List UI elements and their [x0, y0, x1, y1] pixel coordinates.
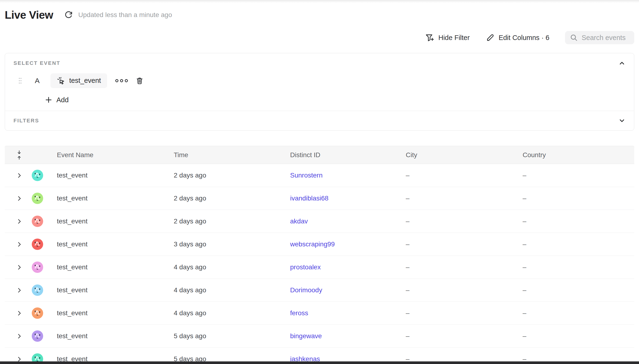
chevron-down-icon — [618, 117, 625, 124]
expand-row-button[interactable] — [16, 195, 22, 202]
cursor-click-icon — [57, 76, 65, 85]
distinct-id-link[interactable]: akdav — [290, 218, 308, 225]
user-avatar — [32, 262, 43, 273]
plus-icon — [45, 96, 52, 104]
select-event-label: SELECT EVENT — [14, 60, 60, 66]
refresh-button[interactable] — [64, 10, 73, 20]
refresh-icon — [64, 10, 73, 20]
event-name-cell: test_event — [57, 218, 174, 225]
bottom-edge-bar — [0, 362, 639, 364]
table-row: test_event 4 days ago feross – – — [5, 302, 634, 325]
expand-row-button[interactable] — [16, 172, 22, 178]
user-avatar — [32, 170, 43, 181]
add-event-button[interactable]: Add — [45, 95, 69, 104]
collapse-all-rows-button[interactable] — [16, 150, 22, 160]
distinct-id-link[interactable]: bingewave — [290, 332, 322, 340]
chevron-right-icon — [16, 287, 22, 293]
expand-row-button[interactable] — [16, 333, 22, 339]
chevron-right-icon — [16, 172, 22, 178]
city-cell: – — [406, 264, 523, 271]
edit-columns-button[interactable]: Edit Columns · 6 — [485, 33, 549, 42]
time-cell: 2 days ago — [174, 172, 290, 179]
table-header-row: Event Name Time Distinct ID City Country — [5, 146, 634, 164]
event-step-letter: A — [35, 77, 40, 85]
time-cell: 5 days ago — [174, 332, 290, 340]
toolbar: Hide Filter Edit Columns · 6 — [5, 31, 634, 44]
chevron-right-icon — [16, 218, 22, 224]
country-cell: – — [523, 309, 634, 317]
distinct-id-link[interactable]: Dorimoody — [290, 286, 322, 294]
chevron-right-icon — [16, 241, 22, 247]
collapse-select-event-button[interactable] — [618, 60, 625, 67]
table-row: test_event 2 days ago akdav – – — [5, 210, 634, 233]
column-header-country[interactable]: Country — [523, 151, 634, 159]
distinct-id-link[interactable]: webscraping99 — [290, 240, 335, 248]
edit-columns-label: Edit Columns · 6 — [499, 34, 549, 42]
chevron-up-icon — [618, 60, 625, 67]
time-cell: 3 days ago — [174, 240, 290, 248]
time-cell: 4 days ago — [174, 264, 290, 271]
more-options-icon — [115, 78, 128, 84]
hide-filter-button[interactable]: Hide Filter — [425, 33, 470, 42]
event-name-cell: test_event — [57, 332, 174, 340]
filters-label: FILTERS — [14, 118, 39, 124]
drag-handle-icon[interactable] — [18, 78, 22, 84]
page-title: Live View — [5, 8, 53, 21]
city-cell: – — [406, 172, 523, 179]
city-cell: – — [406, 332, 523, 340]
country-cell: – — [523, 172, 634, 179]
time-cell: 2 days ago — [174, 218, 290, 225]
chevron-right-icon — [16, 333, 22, 339]
column-header-distinct-id[interactable]: Distinct ID — [290, 151, 406, 159]
event-name-cell: test_event — [57, 240, 174, 248]
table-row: test_event 4 days ago prostoalex – – — [5, 256, 634, 279]
country-cell: – — [523, 286, 634, 294]
time-cell: 2 days ago — [174, 194, 290, 202]
add-event-label: Add — [56, 96, 69, 104]
column-header-time[interactable]: Time — [174, 151, 290, 159]
expand-row-button[interactable] — [16, 241, 22, 247]
distinct-id-link[interactable]: ivandiblasi68 — [290, 194, 328, 202]
expand-row-button[interactable] — [16, 264, 22, 270]
table-row: test_event 2 days ago Sunrostern – – — [5, 164, 634, 187]
live-view-page: Live View Updated less than a minute ago… — [0, 0, 639, 364]
event-name-cell: test_event — [57, 172, 174, 179]
distinct-id-link[interactable]: feross — [290, 309, 308, 317]
column-header-event-name[interactable]: Event Name — [57, 151, 174, 159]
events-table: Event Name Time Distinct ID City Country — [5, 146, 634, 364]
updated-status: Updated less than a minute ago — [78, 11, 172, 19]
distinct-id-link[interactable]: prostoalex — [290, 264, 321, 271]
city-cell: – — [406, 218, 523, 225]
country-cell: – — [523, 218, 634, 225]
distinct-id-link[interactable]: Sunrostern — [290, 172, 323, 179]
time-cell: 4 days ago — [174, 286, 290, 294]
user-avatar — [32, 284, 43, 296]
table-body: test_event 2 days ago Sunrostern – – — [5, 164, 634, 364]
user-avatar — [32, 308, 43, 319]
user-avatar — [32, 216, 43, 227]
search-box[interactable] — [565, 31, 634, 44]
expand-row-button[interactable] — [16, 310, 22, 316]
table-row: test_event 5 days ago bingewave – – — [5, 325, 634, 348]
trash-icon — [135, 76, 144, 85]
expand-row-button[interactable] — [16, 287, 22, 293]
delete-event-button[interactable] — [135, 76, 144, 85]
search-icon — [570, 34, 578, 42]
event-row: A test_event — [14, 73, 625, 88]
search-input[interactable] — [582, 34, 629, 42]
funnel-plus-icon — [425, 33, 434, 42]
country-cell: – — [523, 240, 634, 248]
filters-section: FILTERS — [5, 111, 634, 130]
expand-row-button[interactable] — [16, 218, 22, 224]
event-name-cell: test_event — [57, 264, 174, 271]
event-select-button[interactable]: test_event — [51, 73, 107, 88]
column-header-city[interactable]: City — [406, 151, 523, 159]
more-options-button[interactable] — [115, 78, 128, 84]
city-cell: – — [406, 240, 523, 248]
top-edge-shadow — [0, 0, 639, 3]
expand-filters-button[interactable] — [618, 117, 625, 124]
hide-filter-label: Hide Filter — [438, 34, 470, 42]
page-header: Live View Updated less than a minute ago — [5, 8, 634, 21]
user-avatar — [32, 238, 43, 250]
city-cell: – — [406, 194, 523, 202]
